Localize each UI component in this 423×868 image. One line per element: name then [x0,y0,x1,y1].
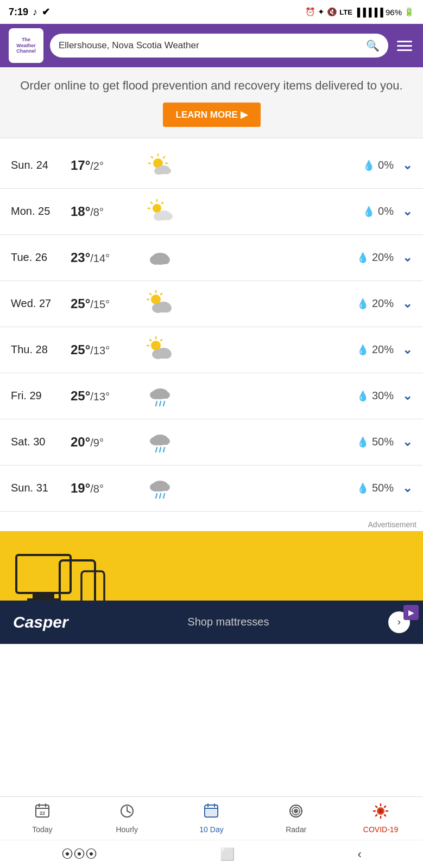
forecast-row-3[interactable]: Wed. 27 25°/15° 💧 20% ⌄ [0,281,423,327]
nav-10day-label: 10 Day [199,825,223,834]
hamburger-menu-button[interactable] [395,39,414,53]
svg-rect-33 [154,307,169,312]
precip-5: 💧 30% [179,390,402,402]
expand-chevron-0[interactable]: ⌄ [402,158,412,173]
svg-text:22: 22 [40,810,45,816]
precip-3: 💧 20% [179,297,402,310]
covid-icon [373,803,389,823]
android-back-button[interactable]: ‹ [358,847,362,861]
svg-line-5 [151,157,153,158]
svg-line-54 [156,448,157,452]
rain-icon-6: 💧 [357,436,369,448]
precip-0: 💧 0% [179,159,402,171]
today-icon: 22 [34,803,50,823]
temp-3: 25°/15° [71,296,141,311]
mute-icon: 🔇 [327,7,337,17]
expand-chevron-3[interactable]: ⌄ [402,297,412,311]
alarm-icon: ⏰ [305,7,315,17]
day-label-7: Sun. 31 [11,482,71,494]
learn-more-button[interactable]: LEARN MORE ▶ [163,103,261,127]
nav-10day[interactable]: 10 Day [169,797,254,840]
svg-line-62 [160,494,161,498]
temp-5: 25°/13° [71,388,141,404]
precip-1: 💧 0% [179,205,402,218]
day-label-0: Sun. 24 [11,159,71,171]
svg-line-29 [161,293,162,295]
ad-label: Advertisement [0,518,423,531]
casper-tagline: Shop mattresses [187,616,269,628]
ad-top-text: Order online to get flood prevention and… [9,78,414,94]
nav-covid[interactable]: COVID-19 [338,797,423,840]
android-system-nav: ⦿⦿⦿ ⬜ ‹ [0,840,423,868]
hourly-icon [119,803,135,823]
casper-expand-icon[interactable]: ▶ [403,605,419,620]
svg-line-7 [163,157,165,158]
nav-radar[interactable]: Radar [254,797,338,840]
temp-0: 17°/2° [71,158,141,173]
svg-rect-65 [33,593,54,598]
svg-rect-53 [151,440,169,445]
battery-percent: 96% [386,8,402,17]
forecast-row-0[interactable]: Sun. 24 17°/2° 💧 0% ⌄ [0,143,423,189]
rain-icon-1: 💧 [363,206,375,218]
task-icon: ✔ [42,6,50,18]
nav-hourly-label: Hourly [116,825,137,834]
lte-icon: LTE [339,8,352,16]
svg-line-78 [127,811,130,813]
nav-today[interactable]: 22 Today [0,797,85,840]
svg-line-15 [151,202,152,203]
weather-icon-4 [141,336,179,364]
svg-line-99 [376,815,377,816]
search-bar[interactable]: Ellershouse, Nova Scotia Weather 🔍 [50,34,388,58]
rain-icon-7: 💧 [357,482,369,494]
forecast-row-2[interactable]: Tue. 26 23°/14° 💧 20% ⌄ [0,235,423,281]
forecast-row-5[interactable]: Fri. 29 25°/13° 💧 30% ⌄ [0,373,423,419]
expand-chevron-4[interactable]: ⌄ [402,343,412,357]
svg-line-61 [156,494,157,498]
temp-6: 20°/9° [71,435,141,450]
forecast-row-4[interactable]: Thu. 28 25°/13° 💧 20% ⌄ [0,327,423,373]
expand-chevron-1[interactable]: ⌄ [402,205,412,219]
svg-line-16 [162,202,163,203]
precip-6: 💧 50% [179,436,402,448]
svg-point-89 [295,810,297,812]
weather-icon-1 [141,197,179,226]
ad-yellow-background: Casper Shop mattresses › ▶ [0,531,423,644]
nav-hourly[interactable]: Hourly [85,797,169,840]
svg-rect-20 [155,215,170,220]
android-home-button[interactable]: ⬜ [220,847,235,861]
svg-line-37 [150,340,151,341]
svg-rect-42 [154,353,169,359]
music-icon: ♪ [33,7,37,18]
weather-icon-2 [141,244,179,272]
radar-icon [288,803,304,823]
casper-logo: Casper [13,613,68,631]
nav-covid-label: COVID-19 [363,825,399,834]
svg-point-91 [378,809,383,813]
temp-4: 25°/13° [71,342,141,358]
signal-icon: ▐▐▐▐▐ [355,8,383,17]
day-label-1: Mon. 25 [11,205,71,218]
expand-chevron-6[interactable]: ⌄ [402,435,412,449]
svg-rect-46 [151,394,169,399]
app-logo: The Weather Channel [9,28,43,63]
expand-chevron-7[interactable]: ⌄ [402,481,412,495]
android-recents-button[interactable]: ⦿⦿⦿ [61,847,97,861]
forecast-row-6[interactable]: Sat. 30 20°/9° 💧 50% ⌄ [0,419,423,465]
logo-text: The Weather Channel [16,37,36,54]
svg-line-55 [160,448,161,452]
precip-7: 💧 50% [179,482,402,494]
expand-chevron-5[interactable]: ⌄ [402,389,412,403]
app-header: The Weather Channel Ellershouse, Nova Sc… [0,24,423,67]
forecast-row-7[interactable]: Sun. 31 19°/8° 💧 50% ⌄ [0,465,423,512]
svg-rect-24 [151,259,169,264]
casper-ad[interactable]: Casper Shop mattresses › ▶ [0,601,423,644]
weather-forecast-list: Sun. 24 17°/2° 💧 0% ⌄ [0,143,423,512]
svg-line-97 [384,815,386,816]
forecast-row-1[interactable]: Mon. 25 18°/8° 💧 0% ⌄ [0,189,423,235]
day-label-5: Fri. 29 [11,390,71,402]
weather-icon-6 [141,428,179,456]
rain-icon-4: 💧 [357,344,369,356]
ad-section-bottom: Advertisement Casper Shop mattresses › ▶ [0,518,423,644]
expand-chevron-2[interactable]: ⌄ [402,251,412,265]
